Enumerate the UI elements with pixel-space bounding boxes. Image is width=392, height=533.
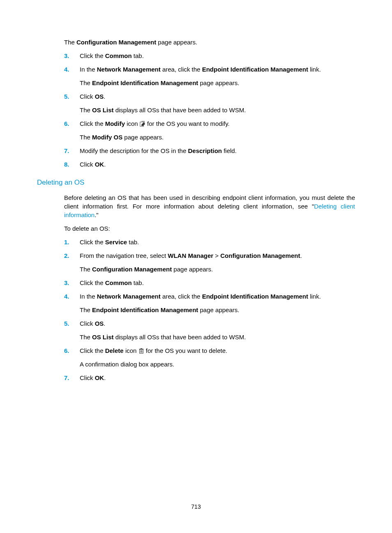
list-number: 7. [64,146,80,155]
list-number: 4. [64,292,80,301]
step-text: The Modify OS page appears. [80,133,355,141]
step-text: The Configuration Management page appear… [80,265,355,273]
list-number: 5. [64,92,80,101]
list-item: 5.Click OS.The OS List displays all OSs … [64,319,355,341]
page-number: 713 [0,503,392,510]
list-body: Click the Service tab. [80,238,355,246]
step-text: Click the Delete icon for the OS you wan… [80,346,355,355]
intro-paragraph: Before deleting an OS that has been used… [64,193,355,219]
step-text: In the Network Management area, click th… [80,65,355,74]
list-number: 5. [64,319,80,328]
list-number: 6. [64,346,80,355]
list-body: Click the Common tab. [80,278,355,287]
svg-rect-5 [139,349,143,349]
list-number: 3. [64,278,80,287]
step-text: A confirmation dialog box appears. [80,360,355,368]
section-heading: Deleting an OS [37,178,355,188]
svg-rect-6 [141,348,142,349]
list-number: 1. [64,238,80,246]
list-body: From the navigation tree, select WLAN Ma… [80,251,355,273]
list-item: 6.Click the Delete icon for the OS you w… [64,346,355,368]
list-item: 5.Click OS.The OS List displays all OSs … [64,92,355,114]
list-body: Click OS.The OS List displays all OSs th… [80,319,355,341]
list-body: Click OS.The OS List displays all OSs th… [80,92,355,114]
list-body: Click OK. [80,160,355,169]
page-content: The Configuration Management page appear… [0,0,392,382]
step-text: Click OS. [80,319,355,328]
list-body: Click OK. [80,373,355,382]
step-text: Click the Common tab. [80,51,355,60]
list-item: 1.Click the Service tab. [64,238,355,246]
list-body: Click the Delete icon for the OS you wan… [80,346,355,368]
step-text: The Endpoint Identification Management p… [80,306,355,314]
step-text: Click OS. [80,92,355,101]
lead-in: To delete an OS: [64,224,355,233]
list-body: Click the Common tab. [80,51,355,60]
list-number: 8. [64,160,80,169]
step-text: In the Network Management area, click th… [80,292,355,301]
step-text: Click OK. [80,160,355,169]
list-item: 4.In the Network Management area, click … [64,65,355,87]
ordered-list-2: 1.Click the Service tab.2.From the navig… [37,238,355,382]
list-number: 4. [64,65,80,74]
list-item: 6.Click the Modify icon for the OS you w… [64,119,355,141]
list-item: 8.Click OK. [64,160,355,169]
step-text: The OS List displays all OSs that have b… [80,106,355,114]
step-text: The Endpoint Identification Management p… [80,79,355,87]
modify-icon [140,121,145,127]
list-body: Click the Modify icon for the OS you wan… [80,119,355,141]
ordered-list-1: 3.Click the Common tab.4.In the Network … [37,51,355,169]
list-number: 6. [64,119,80,128]
intro-block: Before deleting an OS that has been used… [37,193,355,233]
list-item: 7.Modify the description for the OS in t… [64,146,355,155]
list-body: In the Network Management area, click th… [80,292,355,314]
step-text: Click the Modify icon for the OS you wan… [80,119,355,128]
result-line: The Configuration Management page appear… [64,38,355,46]
step-text: Modify the description for the OS in the… [80,146,355,155]
list-item: 7.Click OK. [64,373,355,382]
list-item: 3.Click the Common tab. [64,51,355,60]
list-body: In the Network Management area, click th… [80,65,355,87]
list-number: 2. [64,251,80,260]
step-text: Click OK. [80,373,355,382]
list-number: 3. [64,51,80,60]
step-text: From the navigation tree, select WLAN Ma… [80,251,355,260]
step-text: Click the Service tab. [80,238,355,246]
list-item: 3.Click the Common tab. [64,278,355,287]
list-item: 4.In the Network Management area, click … [64,292,355,314]
list-body: Modify the description for the OS in the… [80,146,355,155]
step-text: The OS List displays all OSs that have b… [80,333,355,341]
continuation-block: The Configuration Management page appear… [37,38,355,46]
list-item: 2.From the navigation tree, select WLAN … [64,251,355,273]
step-text: Click the Common tab. [80,278,355,287]
delete-icon [138,348,144,354]
list-number: 7. [64,373,80,382]
